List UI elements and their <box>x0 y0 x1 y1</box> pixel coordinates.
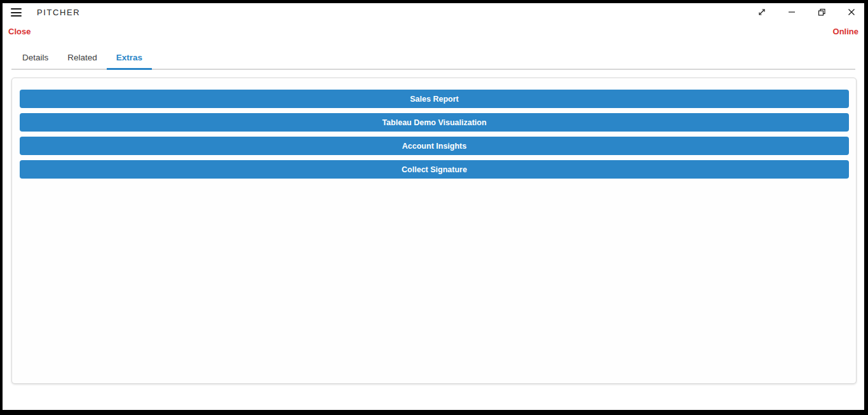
app-title: PITCHER <box>37 8 80 17</box>
close-window-button[interactable] <box>845 6 858 18</box>
minimize-button[interactable] <box>785 6 798 18</box>
tab-related[interactable]: Related <box>58 49 107 70</box>
pitcher-window: PITCHER <box>3 3 864 410</box>
status-row: Close Online <box>3 22 864 40</box>
close-link[interactable]: Close <box>8 27 31 36</box>
tabs-bar: Details Related Extras <box>3 49 864 70</box>
minimize-icon <box>788 8 796 16</box>
collect-signature-button[interactable]: Collect Signature <box>20 160 849 179</box>
expand-button[interactable] <box>756 6 768 18</box>
tableau-demo-visualization-button[interactable]: Tableau Demo Visualization <box>20 113 849 132</box>
window-controls <box>756 3 858 21</box>
screen: PITCHER <box>0 0 868 415</box>
close-x-icon <box>848 8 855 16</box>
tab-extras[interactable]: Extras <box>107 49 152 70</box>
tab-details[interactable]: Details <box>13 49 58 70</box>
restore-icon <box>818 8 826 17</box>
diagonal-resize-icon <box>757 8 766 17</box>
restore-button[interactable] <box>815 6 828 18</box>
title-bar: PITCHER <box>3 3 864 21</box>
online-status-badge: Online <box>833 27 858 36</box>
sales-report-button[interactable]: Sales Report <box>20 90 849 108</box>
extras-panel: Sales Report Tableau Demo Visualization … <box>11 78 857 384</box>
account-insights-button[interactable]: Account Insights <box>20 137 849 155</box>
hamburger-menu-icon[interactable] <box>11 8 22 17</box>
